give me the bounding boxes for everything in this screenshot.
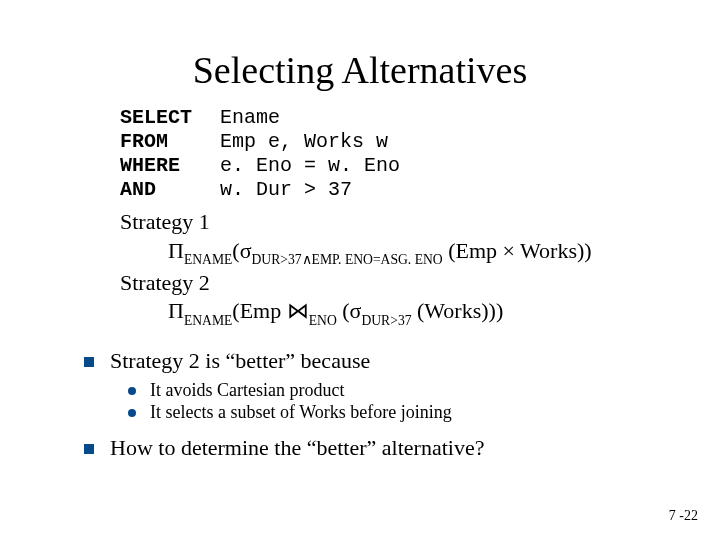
bullet-1: Strategy 2 is “better” because [84,348,720,374]
sql-where: WHERE e. Eno = w. Eno [120,154,650,178]
sel-op: σ [240,238,252,263]
sql-block: SELECT Ename FROM Emp e, Works w WHERE e… [120,106,650,202]
sel-op: σ [350,298,362,323]
sub-bullet-1-text: It avoids Cartesian product [150,380,344,401]
sql-kw-where: WHERE [120,154,220,178]
strategy1-label: Strategy 1 [120,208,650,236]
proj-sub: ENAME [184,252,232,267]
sql-kw-select: SELECT [120,106,220,130]
sql-kw-and: AND [120,178,220,202]
dot-bullet-icon [128,409,136,417]
square-bullet-icon [84,444,94,454]
sql-kw-from: FROM [120,130,220,154]
sel-sub: DUR>37 [361,313,411,328]
sel-sub: DUR>37∧EMP. ENO=ASG. ENO [252,252,443,267]
strategy1-expr: ΠENAME(σDUR>37∧EMP. ENO=ASG. ENO (Emp × … [120,237,650,268]
dot-bullet-icon [128,387,136,395]
expr-mid2: ( [337,298,350,323]
expr-mid1: (Emp [232,298,286,323]
expr-rest: (Works))) [412,298,504,323]
page-number: 7 -22 [669,508,698,524]
join-sub: ENO [309,313,337,328]
proj-sub: ENAME [184,313,232,328]
bullet-2: How to determine the “better” alternativ… [84,435,720,461]
sub-bullet-list: It avoids Cartesian product It selects a… [84,380,720,423]
slide: Selecting Alternatives SELECT Ename FROM… [0,0,720,540]
open-paren: ( [232,238,239,263]
sub-bullet-2: It selects a subset of Works before join… [128,402,720,423]
bullet-1-text: Strategy 2 is “better” because [110,348,370,374]
sql-select: SELECT Ename [120,106,650,130]
strategy2-expr: ΠENAME(Emp ⋈ENO (σDUR>37 (Works))) [120,297,650,328]
strategy2-label: Strategy 2 [120,269,650,297]
sql-from: FROM Emp e, Works w [120,130,650,154]
join-op: ⋈ [287,298,309,323]
sql-val-and: w. Dur > 37 [220,178,352,202]
sub-bullet-2-text: It selects a subset of Works before join… [150,402,452,423]
bullet-2-text: How to determine the “better” alternativ… [110,435,484,461]
content-area: SELECT Ename FROM Emp e, Works w WHERE e… [0,106,720,328]
sub-bullet-1: It avoids Cartesian product [128,380,720,401]
sql-val-where: e. Eno = w. Eno [220,154,400,178]
proj-op: Π [168,298,184,323]
bullet-list: Strategy 2 is “better” because It avoids… [0,348,720,461]
expr-rest: (Emp × Works)) [443,238,592,263]
sql-val-select: Ename [220,106,280,130]
sql-val-from: Emp e, Works w [220,130,388,154]
sql-and: AND w. Dur > 37 [120,178,650,202]
square-bullet-icon [84,357,94,367]
slide-title: Selecting Alternatives [0,0,720,106]
proj-op: Π [168,238,184,263]
